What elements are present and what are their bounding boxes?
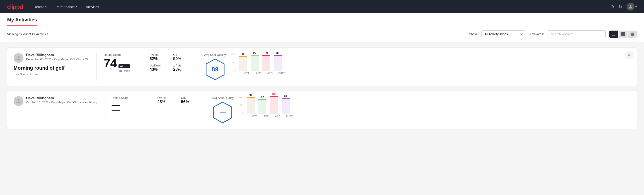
activity-date-2: October 16, 2021 - Gog Magog Golf Club -… bbox=[26, 100, 97, 104]
stat-updown: Up/Down 43% bbox=[150, 64, 166, 72]
y-label-0: 0 bbox=[231, 68, 235, 71]
card-player-info-2: Dave Billingham October 16, 2021 - Gog M… bbox=[14, 96, 97, 106]
x2-label-putt: PUTT bbox=[286, 115, 294, 118]
player-name-2: Dave Billingham bbox=[26, 96, 97, 100]
score-badge: +4 bbox=[118, 64, 130, 68]
y2-label-0: 0 bbox=[239, 111, 243, 114]
svg-rect-9 bbox=[630, 34, 634, 35]
viewing-text: Viewing 12 out of 29 Activities bbox=[7, 32, 48, 36]
bar-app-bar bbox=[250, 55, 259, 71]
shot-quality-block: Avg Shot Quality 89 bbox=[204, 53, 226, 80]
player-avatar-2 bbox=[14, 96, 24, 106]
bar-putt-bar bbox=[274, 55, 282, 71]
bar2-arg-value: 106 bbox=[272, 92, 276, 96]
bar2-ott-bar bbox=[247, 97, 255, 114]
navbar-right: ⊕ ↻ ▾ bbox=[610, 3, 637, 10]
svg-rect-10 bbox=[630, 35, 634, 36]
keywords-label: Keywords: bbox=[530, 32, 544, 36]
stats-grid-2: FW Hit 43% GIR 56% bbox=[157, 96, 198, 104]
compact-view-button[interactable] bbox=[628, 30, 637, 38]
round-score-block-2: Round Score — bbox=[112, 96, 143, 111]
activity-type-select[interactable]: All Activity Types Rounds Practice bbox=[481, 30, 526, 38]
svg-rect-3 bbox=[621, 32, 623, 34]
activity-card-2: Dave Billingham October 16, 2021 - Gog M… bbox=[7, 90, 637, 129]
view-toggle bbox=[609, 30, 637, 38]
avatar-chevron-icon: ▾ bbox=[635, 5, 637, 8]
teams-chevron-icon: ▾ bbox=[45, 5, 47, 8]
svg-rect-0 bbox=[612, 33, 616, 33]
bar-app: 90 bbox=[250, 51, 259, 71]
round-score-label: Round Score bbox=[104, 53, 135, 56]
shot-quality-chart-2: 100 50 0 94 bbox=[239, 96, 630, 118]
filter-bar: Viewing 12 out of 29 Activities Show: Al… bbox=[0, 26, 644, 42]
bar-arg: 89 bbox=[262, 52, 270, 71]
bar2-putt: 87 bbox=[282, 95, 290, 114]
list-view-button[interactable] bbox=[609, 30, 618, 38]
bar2-app: 82 bbox=[258, 96, 266, 114]
bar2-putt-value: 87 bbox=[284, 95, 287, 98]
x-label-app: APP bbox=[254, 72, 262, 74]
x-label-putt: PUTT bbox=[278, 72, 286, 74]
hexagon-wrap: 89 bbox=[204, 58, 226, 80]
activity-date: December 05, 2021 - Gog Magog Golf Club … bbox=[26, 58, 89, 61]
app-logo: clippd bbox=[7, 3, 23, 10]
round-score-block: Round Score 74 +4 18 Holes bbox=[104, 53, 135, 72]
data-source: Data Source: Arccos bbox=[14, 73, 89, 76]
shot-quality-section: Avg Shot Quality 89 bbox=[204, 53, 630, 80]
bar2-ott: 94 bbox=[247, 94, 255, 114]
nav-item-performance[interactable]: Performance ▾ bbox=[55, 3, 78, 10]
x2-label-app: APP bbox=[262, 115, 270, 118]
shot-quality-chart: 100 50 0 85 bbox=[231, 53, 630, 74]
svg-rect-2 bbox=[612, 35, 616, 36]
stat-fw-hit: FW Hit 62% bbox=[150, 53, 166, 61]
shot-quality-hexagon-2: — bbox=[213, 101, 233, 124]
bar-arg-bar bbox=[262, 55, 270, 71]
svg-rect-4 bbox=[623, 32, 625, 34]
x2-label-ott: OTT bbox=[250, 115, 259, 118]
svg-rect-5 bbox=[621, 34, 623, 36]
card-player-info: Dave Billingham December 05, 2021 - Gog … bbox=[14, 53, 89, 76]
user-avatar-button[interactable]: ▾ bbox=[627, 3, 637, 10]
svg-rect-7 bbox=[630, 32, 634, 33]
bar-ott-bar bbox=[239, 56, 247, 71]
shot-quality-section-2: Avg Shot Quality — 100 bbox=[212, 96, 630, 124]
hexagon-wrap-2: — bbox=[212, 101, 234, 124]
bar2-putt-bar bbox=[282, 98, 290, 114]
y-label-50: 50 bbox=[231, 61, 235, 63]
x-label-ott: OTT bbox=[243, 72, 251, 74]
bar-app-value: 90 bbox=[253, 51, 256, 54]
svg-rect-1 bbox=[612, 34, 616, 34]
holes-count: 18 Holes bbox=[118, 69, 130, 72]
performance-chevron-icon: ▾ bbox=[76, 5, 77, 8]
y2-label-100: 100 bbox=[239, 96, 243, 99]
round-score-value-2: — bbox=[112, 100, 120, 111]
bar-ott-value: 85 bbox=[242, 52, 244, 55]
nav-item-teams[interactable]: Teams ▾ bbox=[34, 3, 48, 10]
stat2-gir: GIR 56% bbox=[181, 96, 198, 104]
player-avatar bbox=[14, 53, 24, 63]
svg-rect-6 bbox=[623, 34, 625, 36]
x-label-arg: ARG bbox=[266, 72, 274, 74]
add-button[interactable]: ⊕ bbox=[610, 4, 614, 9]
shot-quality-block-2: Avg Shot Quality — bbox=[212, 96, 234, 124]
page-header: My Activities bbox=[0, 14, 644, 26]
refresh-button[interactable]: ↻ bbox=[618, 4, 622, 9]
navbar: clippd Teams ▾ Performance ▾ Activities … bbox=[0, 0, 644, 14]
bar2-app-bar bbox=[258, 99, 266, 114]
x2-label-arg: ARG bbox=[274, 115, 282, 118]
player-name: Dave Billingham bbox=[26, 53, 89, 57]
shot-quality-number: 89 bbox=[212, 66, 218, 73]
bar-putt: 89 bbox=[274, 52, 282, 71]
activity-title: Morning round of golf bbox=[14, 65, 89, 71]
edit-button[interactable]: ✏ bbox=[626, 51, 633, 59]
round-score-value: 74 bbox=[104, 57, 117, 69]
search-input[interactable] bbox=[548, 30, 606, 38]
avatar bbox=[627, 3, 634, 10]
stats-grid: FW Hit 62% GIR 50% Up/Down 43% 1 Putt 28… bbox=[150, 53, 190, 72]
show-label: Show: bbox=[469, 32, 478, 36]
grid-view-button[interactable] bbox=[618, 30, 628, 38]
nav-item-activities[interactable]: Activities bbox=[85, 3, 100, 10]
stat2-fw-hit: FW Hit 43% bbox=[157, 96, 174, 104]
y2-label-50: 50 bbox=[239, 104, 243, 106]
stat-1putt: 1 Putt 28% bbox=[173, 64, 190, 72]
